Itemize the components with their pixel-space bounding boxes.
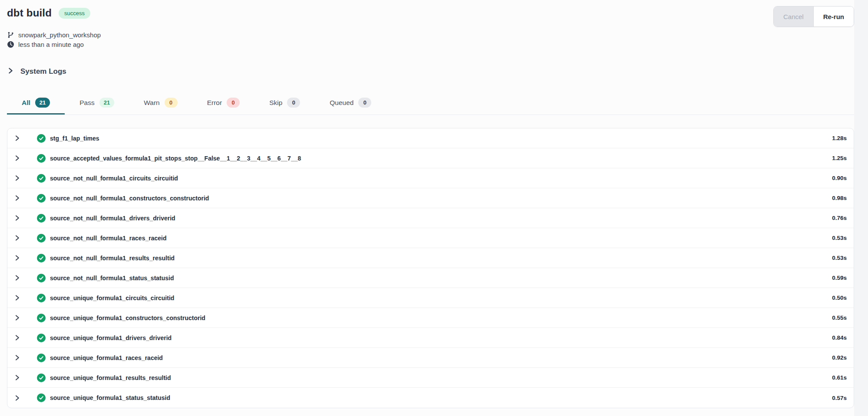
result-name: source_not_null_formula1_status_statusid <box>50 275 174 282</box>
expand-chevron-icon[interactable] <box>14 195 20 201</box>
tab-label: Queued <box>330 99 353 107</box>
result-row[interactable]: source_unique_formula1_circuits_circuiti… <box>7 288 854 308</box>
time-line: less than a minute ago <box>7 41 854 48</box>
expand-chevron-icon[interactable] <box>14 235 20 241</box>
time-ago: less than a minute ago <box>18 41 84 48</box>
tab-error[interactable]: Error 0 <box>192 98 254 115</box>
cancel-button[interactable]: Cancel <box>774 7 813 26</box>
result-duration: 1.25s <box>832 155 847 161</box>
tab-label: Skip <box>269 99 282 107</box>
expand-chevron-icon[interactable] <box>14 255 20 261</box>
tab-queued[interactable]: Queued 0 <box>315 98 386 115</box>
expand-chevron-icon[interactable] <box>14 314 20 321</box>
result-duration: 0.84s <box>832 334 847 341</box>
result-duration: 0.76s <box>832 215 847 221</box>
expand-chevron-icon[interactable] <box>14 155 20 161</box>
tab-count-badge: 21 <box>35 98 50 108</box>
result-row[interactable]: source_not_null_formula1_races_raceid 0.… <box>7 228 854 248</box>
success-check-icon <box>37 194 46 203</box>
success-check-icon <box>37 134 46 143</box>
result-name: stg_f1_lap_times <box>50 135 99 142</box>
tab-label: Pass <box>79 99 94 107</box>
result-name: source_not_null_formula1_results_resulti… <box>50 255 175 262</box>
result-duration: 1.28s <box>832 135 847 141</box>
system-logs-toggle[interactable]: System Logs <box>7 67 854 76</box>
result-name: source_not_null_formula1_circuits_circui… <box>50 175 178 182</box>
tab-count-badge: 0 <box>287 98 300 108</box>
success-check-icon <box>37 354 46 362</box>
git-branch-icon <box>7 31 14 39</box>
success-check-icon <box>37 154 46 163</box>
result-row[interactable]: source_not_null_formula1_results_resulti… <box>7 248 854 268</box>
expand-chevron-icon[interactable] <box>14 275 20 281</box>
results-list: stg_f1_lap_times 1.28s source_accepted_v… <box>7 128 854 408</box>
expand-chevron-icon[interactable] <box>14 215 20 221</box>
tab-all[interactable]: All 21 <box>7 98 65 115</box>
page-title: dbt build <box>7 7 52 19</box>
result-row[interactable]: source_unique_formula1_races_raceid 0.92… <box>7 348 854 368</box>
success-check-icon <box>37 174 46 183</box>
success-check-icon <box>37 274 46 282</box>
success-check-icon <box>37 373 46 382</box>
expand-chevron-icon[interactable] <box>14 334 20 341</box>
success-check-icon <box>37 214 46 223</box>
branch-name: snowpark_python_workshop <box>18 31 101 39</box>
result-duration: 0.59s <box>832 275 847 281</box>
result-duration: 0.98s <box>832 195 847 201</box>
tab-label: All <box>22 99 30 107</box>
result-duration: 0.50s <box>832 295 847 301</box>
result-name: source_unique_formula1_status_statusid <box>50 394 170 401</box>
run-meta: snowpark_python_workshop less than a min… <box>7 31 854 48</box>
result-duration: 0.90s <box>832 175 847 181</box>
run-detail-page: dbt build success Cancel Re-run snowpark… <box>0 0 854 416</box>
success-check-icon <box>37 334 46 342</box>
chevron-right-icon <box>7 67 14 76</box>
tab-count-badge: 0 <box>358 98 371 108</box>
result-duration: 0.53s <box>832 235 847 241</box>
result-duration: 0.55s <box>832 314 847 321</box>
tab-count-badge: 0 <box>227 98 240 108</box>
result-row[interactable]: stg_f1_lap_times 1.28s <box>7 128 854 148</box>
tab-warn[interactable]: Warn 0 <box>129 98 192 115</box>
result-row[interactable]: source_unique_formula1_constructors_cons… <box>7 308 854 328</box>
expand-chevron-icon[interactable] <box>14 295 20 301</box>
expand-chevron-icon[interactable] <box>14 395 20 401</box>
tabs: All 21 Pass 21 Warn 0 Error 0 Skip 0 Que… <box>7 98 854 115</box>
result-name: source_unique_formula1_circuits_circuiti… <box>50 295 174 301</box>
rerun-button[interactable]: Re-run <box>813 7 854 26</box>
tab-skip[interactable]: Skip 0 <box>254 98 315 115</box>
result-row[interactable]: source_not_null_formula1_status_statusid… <box>7 268 854 288</box>
result-row[interactable]: source_unique_formula1_drivers_driverid … <box>7 328 854 348</box>
result-name: source_not_null_formula1_drivers_driveri… <box>50 215 175 222</box>
result-row[interactable]: source_accepted_values_formula1_pit_stop… <box>7 148 854 168</box>
result-name: source_unique_formula1_drivers_driverid <box>50 334 172 341</box>
success-check-icon <box>37 393 46 402</box>
success-check-icon <box>37 254 46 262</box>
expand-chevron-icon[interactable] <box>14 354 20 361</box>
success-check-icon <box>37 314 46 322</box>
result-row[interactable]: source_not_null_formula1_drivers_driveri… <box>7 208 854 228</box>
result-row[interactable]: source_not_null_formula1_circuits_circui… <box>7 168 854 188</box>
header: dbt build success Cancel Re-run <box>7 7 854 27</box>
result-name: source_not_null_formula1_races_raceid <box>50 235 166 242</box>
tab-count-badge: 21 <box>99 98 114 108</box>
result-duration: 0.53s <box>832 255 847 261</box>
tab-count-badge: 0 <box>165 98 178 108</box>
expand-chevron-icon[interactable] <box>14 175 20 181</box>
result-name: source_unique_formula1_results_resultid <box>50 374 171 381</box>
tab-pass[interactable]: Pass 21 <box>65 98 129 115</box>
clock-icon <box>7 41 14 48</box>
status-badge: success <box>59 8 90 19</box>
result-row[interactable]: source_unique_formula1_status_statusid 0… <box>7 388 854 408</box>
run-actions: Cancel Re-run <box>773 6 854 27</box>
result-row[interactable]: source_not_null_formula1_constructors_co… <box>7 188 854 208</box>
result-row[interactable]: source_unique_formula1_results_resultid … <box>7 368 854 388</box>
branch-line: snowpark_python_workshop <box>7 31 854 39</box>
result-name: source_not_null_formula1_constructors_co… <box>50 195 209 202</box>
tab-label: Warn <box>144 99 159 107</box>
expand-chevron-icon[interactable] <box>14 374 20 381</box>
expand-chevron-icon[interactable] <box>14 135 20 141</box>
system-logs-label: System Logs <box>20 67 66 76</box>
result-duration: 0.61s <box>832 374 847 381</box>
result-name: source_unique_formula1_races_raceid <box>50 354 163 361</box>
